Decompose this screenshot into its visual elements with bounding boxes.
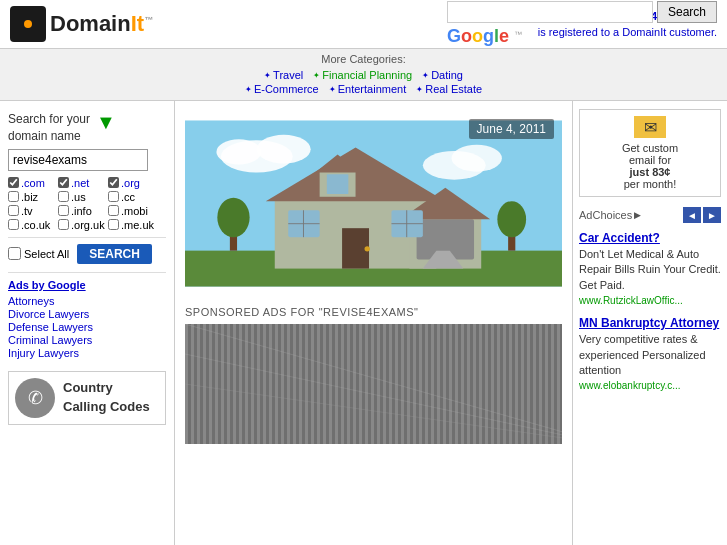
- nav-links: Travel Financial Planning Dating E-Comme…: [10, 68, 717, 96]
- right-ad-2-url: www.elobankruptcy.c...: [579, 380, 721, 391]
- select-all-checkbox[interactable]: [8, 247, 21, 260]
- nav-travel[interactable]: Travel: [264, 69, 303, 81]
- svg-point-2: [257, 135, 311, 164]
- right-ad-2-title[interactable]: MN Bankruptcy Attorney: [579, 316, 721, 330]
- more-categories-label: More Categories:: [10, 53, 717, 65]
- ad-link-attorneys[interactable]: Attorneys: [8, 295, 166, 307]
- tld-row-4: .co.uk .org.uk .me.uk: [8, 219, 166, 231]
- logo-tm: ™: [144, 15, 153, 25]
- svg-rect-22: [327, 174, 349, 194]
- tld-biz[interactable]: .biz: [8, 191, 58, 203]
- email-promo-box[interactable]: ✉ Get custom email for just 83¢ per mont…: [579, 109, 721, 197]
- domain-search-title: Search for your domain name: [8, 111, 90, 145]
- main-image-container: June 4, 2011: [185, 111, 562, 296]
- ads-by-google-label: Ads by Google: [8, 279, 166, 291]
- secondary-image-content: [185, 324, 562, 444]
- nav-row-2: E-Commerce Entertainment Real Estate: [10, 83, 717, 95]
- google-search-button[interactable]: Search: [657, 1, 717, 23]
- tld-us[interactable]: .us: [58, 191, 108, 203]
- left-sidebar: Search for your domain name ▼ .com .net …: [0, 101, 175, 545]
- phone-icon: ✆: [15, 378, 55, 418]
- logo-dot: [24, 20, 32, 28]
- adchoices-play-icon: ▶: [634, 210, 641, 220]
- tld-row-3: .tv .info .mobi: [8, 205, 166, 217]
- right-ad-2: MN Bankruptcy Attorney Very competitive …: [579, 316, 721, 391]
- tld-net[interactable]: .net: [58, 177, 108, 189]
- logo-area: DomainIt™: [10, 6, 153, 42]
- country-calling-codes-box[interactable]: ✆ Country Calling Codes: [8, 371, 166, 425]
- tld-co-uk[interactable]: .co.uk: [8, 219, 58, 231]
- select-all-label[interactable]: Select All: [8, 247, 69, 260]
- logo-it: It: [131, 11, 144, 36]
- svg-point-24: [217, 198, 249, 237]
- right-ad-1-body: Don't Let Medical & Auto Repair Bills Ru…: [579, 247, 721, 293]
- adchoices-label: AdChoices: [579, 209, 632, 221]
- adchoices-row: AdChoices ▶ ◄ ►: [579, 207, 721, 223]
- adchoices-next-button[interactable]: ►: [703, 207, 721, 223]
- adchoices-nav: ◄ ►: [683, 207, 721, 223]
- tld-mobi[interactable]: .mobi: [108, 205, 158, 217]
- nav-ecommerce[interactable]: E-Commerce: [245, 83, 319, 95]
- domain-search-button[interactable]: SEARCH: [77, 244, 152, 264]
- svg-point-26: [497, 201, 526, 237]
- tld-cc[interactable]: .cc: [108, 191, 158, 203]
- tld-org[interactable]: .org: [108, 177, 158, 189]
- nav-entertainment[interactable]: Entertainment: [329, 83, 406, 95]
- email-promo-text: Get custom email for just 83¢ per month!: [622, 142, 678, 190]
- logo-text: DomainIt™: [50, 11, 153, 37]
- domain-search-header: Search for your domain name ▼: [8, 111, 166, 145]
- tld-com[interactable]: .com: [8, 177, 58, 189]
- tld-row-2: .biz .us .cc: [8, 191, 166, 203]
- nav-realestate[interactable]: Real Estate: [416, 83, 482, 95]
- logo-box: [10, 6, 46, 42]
- sidebar-divider: [8, 272, 166, 273]
- date-overlay: June 4, 2011: [469, 119, 554, 139]
- google-search-area: Search Google ™: [447, 1, 717, 47]
- svg-point-13: [365, 246, 370, 251]
- nav-area: More Categories: Travel Financial Planni…: [0, 49, 727, 101]
- right-ad-2-body: Very competitive rates & experienced Per…: [579, 332, 721, 378]
- right-sidebar: ✉ Get custom email for just 83¢ per mont…: [572, 101, 727, 545]
- envelope-icon: ✉: [634, 116, 666, 138]
- ad-link-divorce[interactable]: Divorce Lawyers: [8, 308, 166, 320]
- tld-row-1: .com .net .org: [8, 177, 166, 189]
- tld-info[interactable]: .info: [58, 205, 108, 217]
- select-all-row: Select All SEARCH: [8, 244, 166, 264]
- svg-rect-29: [185, 324, 562, 444]
- right-ad-1-title[interactable]: Car Accident?: [579, 231, 721, 245]
- tld-tv[interactable]: .tv: [8, 205, 58, 217]
- nav-row-1: Travel Financial Planning Dating: [10, 69, 717, 81]
- google-search-input[interactable]: [447, 1, 653, 23]
- tld-me-uk[interactable]: .me.uk: [108, 219, 158, 231]
- country-codes-label: Country Calling Codes: [63, 379, 159, 415]
- ad-link-criminal[interactable]: Criminal Lawyers: [8, 334, 166, 346]
- svg-point-5: [452, 145, 502, 172]
- logo-domain: Domain: [50, 11, 131, 36]
- google-search-row: Search: [447, 1, 717, 23]
- tld-divider: [8, 237, 166, 238]
- google-logo: Google ™: [447, 26, 717, 47]
- main-layout: Search for your domain name ▼ .com .net …: [0, 101, 727, 545]
- ad-link-injury[interactable]: Injury Lawyers: [8, 347, 166, 359]
- domain-search-input[interactable]: [8, 149, 148, 171]
- right-ad-1: Car Accident? Don't Let Medical & Auto R…: [579, 231, 721, 306]
- nav-financial[interactable]: Financial Planning: [313, 69, 412, 81]
- adchoices-prev-button[interactable]: ◄: [683, 207, 701, 223]
- ad-link-defense[interactable]: Defense Lawyers: [8, 321, 166, 333]
- center-content: June 4, 2011 SPONSORED ADS FOR "revise4e…: [175, 101, 572, 545]
- down-arrow-icon: ▼: [96, 111, 116, 134]
- nav-dating[interactable]: Dating: [422, 69, 463, 81]
- right-ad-1-url: www.RutzickLawOffic...: [579, 295, 721, 306]
- sponsored-label: SPONSORED ADS FOR "revise4exams": [185, 306, 562, 318]
- svg-point-3: [216, 139, 261, 164]
- tld-org-uk[interactable]: .org.uk: [58, 219, 108, 231]
- secondary-image: [185, 324, 562, 444]
